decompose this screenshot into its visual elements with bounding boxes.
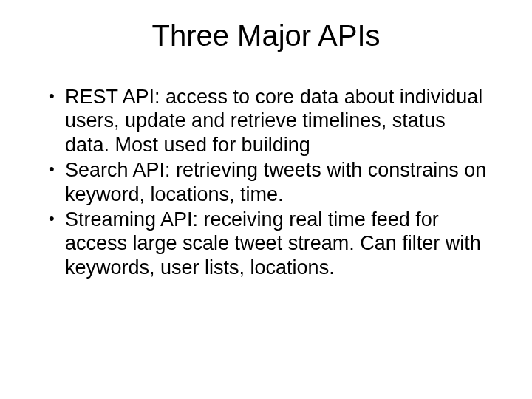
slide-title: Three Major APIs — [44, 19, 488, 52]
slide: Three Major APIs REST API: access to cor… — [0, 0, 532, 399]
bullet-list: REST API: access to core data about indi… — [44, 85, 488, 279]
slide-body: REST API: access to core data about indi… — [44, 85, 488, 279]
list-item: Streaming API: receiving real time feed … — [44, 208, 488, 279]
list-item: Search API: retrieving tweets with const… — [44, 158, 488, 206]
list-item: REST API: access to core data about indi… — [44, 85, 488, 157]
